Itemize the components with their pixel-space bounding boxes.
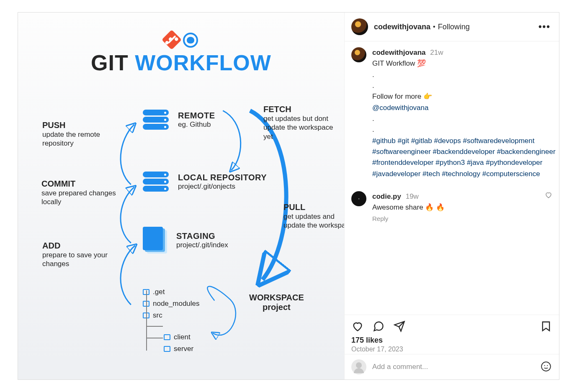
instagram-post: GIT WORKFLOW REMOTE eg. Github — [18, 12, 559, 380]
fetch-desc: get updates but dont update the workspac… — [263, 114, 335, 141]
caption-mention[interactable]: @codewithjovana — [372, 104, 428, 112]
files-icon — [143, 227, 167, 254]
comment-timestamp: 19w — [406, 192, 419, 200]
caption-spacer: . — [372, 71, 374, 79]
svg-point-2 — [547, 365, 548, 366]
local-title: LOCAL REPOSITORY — [178, 173, 267, 182]
commit-title: COMMIT — [41, 179, 121, 189]
author-avatar[interactable] — [351, 18, 368, 35]
comments-scroll[interactable]: codewithjovana 21w GIT Workflow 💯 . . Fo… — [345, 41, 559, 315]
post-header: codewithjovana • Following ••• — [345, 13, 559, 41]
caption-body: codewithjovana 21w GIT Workflow 💯 . . Fo… — [372, 47, 557, 179]
actions-bar: 175 likes October 17, 2023 — [345, 315, 559, 354]
follow-status[interactable]: Following — [438, 23, 470, 31]
separator-dot: • — [433, 23, 435, 31]
share-button[interactable] — [393, 320, 406, 333]
comment-button[interactable] — [372, 320, 385, 333]
folder-icon — [164, 346, 170, 352]
more-options-button[interactable]: ••• — [537, 21, 552, 32]
add-desc: prepare to save your changes — [42, 251, 122, 269]
node-workspace: WORKSPACE project — [249, 293, 304, 312]
tree-item: server — [174, 345, 193, 353]
caption-spacer: . — [372, 126, 374, 133]
diagram-header: GIT WORKFLOW — [18, 33, 344, 75]
svg-point-0 — [541, 362, 551, 371]
remote-title: REMOTE — [178, 111, 215, 120]
comment-input-row — [345, 354, 559, 379]
comment-username[interactable]: codie.py — [372, 192, 401, 200]
tree-item: src — [153, 311, 162, 320]
folder-icon — [164, 334, 170, 340]
action-commit: COMMIT save prepared changes locally — [41, 179, 121, 207]
workspace-sub: project — [249, 302, 304, 312]
like-button[interactable] — [351, 320, 364, 333]
node-staging: STAGING project/.git/index — [143, 227, 228, 254]
file-tree: .get node_modules src client server — [143, 286, 218, 355]
database-icon — [143, 172, 169, 192]
caption-title: GIT Workflow 💯 — [372, 59, 426, 67]
action-push: PUSH update the remote repository — [42, 120, 122, 148]
push-desc: update the remote repository — [42, 130, 122, 148]
current-user-avatar — [351, 359, 366, 374]
workspace-title: WORKSPACE — [249, 293, 304, 302]
commit-desc: save prepared changes locally — [41, 189, 121, 207]
caption-timestamp: 21w — [430, 49, 443, 56]
tree-item: .get — [153, 288, 165, 296]
likes-count[interactable]: 175 likes — [351, 336, 552, 345]
pull-desc: get updates and update the workspace — [283, 212, 345, 230]
commenter-avatar[interactable]: ◦ — [351, 191, 366, 206]
reply-button[interactable]: Reply — [372, 215, 388, 222]
post-media: GIT WORKFLOW REMOTE eg. Github — [18, 13, 345, 379]
emoji-picker-button[interactable] — [541, 361, 552, 373]
local-sub: project/.git/onjects — [178, 182, 267, 191]
author-username[interactable]: codewithjovana — [374, 23, 430, 31]
action-add: ADD prepare to save your changes — [42, 241, 122, 269]
like-comment-button[interactable] — [545, 191, 552, 201]
action-pull: PULL get updates and update the workspac… — [283, 202, 345, 230]
comment: ◦ codie.py 19w Awesome share 🔥 🔥 Reply — [351, 191, 557, 223]
caption-username[interactable]: codewithjovana — [372, 49, 426, 56]
push-title: PUSH — [42, 120, 122, 130]
diagram-title-black: GIT — [91, 51, 135, 75]
database-icon — [143, 110, 169, 130]
caption-spacer: . — [372, 82, 374, 90]
fetch-title: FETCH — [263, 105, 335, 114]
save-button[interactable] — [540, 320, 552, 333]
caption-follow: Follow for more 👉 — [372, 92, 432, 100]
pull-title: PULL — [283, 202, 345, 212]
caption-block: codewithjovana 21w GIT Workflow 💯 . . Fo… — [351, 47, 557, 179]
add-title: ADD — [42, 241, 122, 251]
staging-title: STAGING — [176, 231, 228, 241]
comment-text: Awesome share 🔥 🔥 — [372, 203, 445, 211]
diagram-title-blue: WORKFLOW — [135, 51, 271, 75]
action-fetch: FETCH get updates but dont update the wo… — [263, 105, 335, 141]
author-avatar-small[interactable] — [351, 47, 366, 62]
tree-item: node_modules — [153, 300, 200, 308]
svg-point-1 — [544, 365, 545, 366]
caption-spacer: . — [372, 115, 374, 123]
comment-input[interactable] — [372, 363, 535, 371]
node-local: LOCAL REPOSITORY project/.git/onjects — [143, 172, 267, 192]
post-date: October 17, 2023 — [351, 346, 552, 353]
git-icon — [161, 30, 181, 50]
remote-sub: eg. Github — [178, 120, 215, 129]
github-icon — [183, 33, 198, 48]
staging-sub: project/.git/index — [176, 241, 228, 249]
caption-hashtags[interactable]: #github #git #gitlab #devops #softwarede… — [372, 137, 556, 178]
node-remote: REMOTE eg. Github — [143, 110, 215, 130]
tree-item: client — [174, 333, 191, 341]
post-sidebar: codewithjovana • Following ••• codewithj… — [345, 13, 559, 379]
